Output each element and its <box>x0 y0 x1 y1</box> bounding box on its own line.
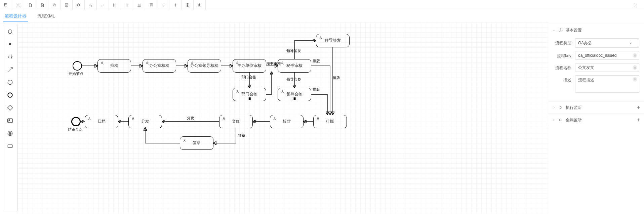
tab-xml[interactable]: 流程XML <box>36 13 56 22</box>
end-event[interactable] <box>71 117 81 126</box>
tb-save[interactable] <box>0 0 12 10</box>
end-label: 结束节点 <box>68 127 83 132</box>
tool-gateway[interactable] <box>6 104 14 112</box>
svg-point-5 <box>199 4 200 6</box>
svg-point-16 <box>147 62 148 63</box>
task-label: 主办单位审核 <box>237 63 261 68</box>
add-exec-listener[interactable]: + <box>637 104 640 111</box>
task-label: 拟稿 <box>110 63 118 68</box>
tool-end-event[interactable] <box>6 91 14 99</box>
tool-service-task[interactable] <box>6 129 14 137</box>
task-label: 归档 <box>97 119 106 124</box>
svg-rect-9 <box>8 119 13 123</box>
task-label: 套红 <box>232 119 240 124</box>
tb-play[interactable] <box>182 0 194 10</box>
task-office-lead-review[interactable]: 办公室领导核稿 <box>188 59 221 73</box>
task-sec-review[interactable]: 秘书审核 <box>278 59 311 73</box>
svg-point-25 <box>223 118 225 119</box>
task-cover[interactable]: 套红 <box>219 115 253 128</box>
svg-point-29 <box>560 30 561 31</box>
task-distribute[interactable]: 分发 <box>128 115 162 128</box>
tb-align-top[interactable] <box>145 0 157 10</box>
edge-label: 部门会签 <box>241 75 256 80</box>
tool-subprocess[interactable] <box>6 142 14 150</box>
field-label: 描述: <box>553 75 575 83</box>
tb-align-bottom[interactable] <box>133 0 145 10</box>
task-office-review[interactable]: 办公室核稿 <box>143 59 176 73</box>
tb-align-hcenter[interactable] <box>157 0 169 10</box>
tool-space[interactable] <box>6 53 14 61</box>
task-label: 领导签发 <box>325 38 341 43</box>
tb-snapshot[interactable] <box>194 0 206 10</box>
tb-undo[interactable] <box>85 0 97 10</box>
tool-user-task[interactable] <box>6 117 14 125</box>
tb-zoom-in[interactable] <box>48 0 61 10</box>
process-desc-input[interactable] <box>575 75 639 93</box>
start-label: 开始节点 <box>69 71 83 76</box>
svg-point-27 <box>132 118 134 119</box>
start-event[interactable] <box>73 61 82 71</box>
svg-point-20 <box>237 90 238 92</box>
task-typeset[interactable]: 排版 <box>313 115 347 128</box>
tb-distribute-v[interactable] <box>169 0 182 10</box>
task-proof[interactable]: 校对 <box>270 115 304 128</box>
svg-rect-14 <box>8 145 12 147</box>
canvas[interactable]: 开始节点 拟稿 办公室核稿 办公室领导核稿 主办单位审核 <box>17 22 548 214</box>
edge-label: 签章 <box>238 133 245 138</box>
process-name-input[interactable] <box>575 63 639 72</box>
tool-start-event[interactable] <box>6 78 14 86</box>
task-label: 办公室核稿 <box>149 63 169 68</box>
task-lead-sign[interactable]: 领导会签 <box>278 88 311 101</box>
task-draft[interactable]: 拟稿 <box>97 59 131 73</box>
edge-label: 秘书审核 <box>266 61 281 66</box>
edge-label: 分发 <box>187 116 194 121</box>
properties-panel: 基本设置 流程类型: OA办公 ▾ 流程key: <box>548 22 644 214</box>
task-label: 排版 <box>326 119 334 124</box>
task-label: 签章 <box>193 141 201 145</box>
svg-rect-6 <box>9 43 11 45</box>
field-label: 流程key: <box>553 51 575 59</box>
task-archive[interactable]: 归档 <box>85 115 118 128</box>
select-value: OA办公 <box>578 40 592 46</box>
megaphone-icon <box>558 105 563 110</box>
top-toolbar <box>0 0 644 10</box>
section-title: 全局监听 <box>566 117 582 123</box>
task-lead-issue[interactable]: 领导签发 <box>316 34 350 47</box>
tb-refresh[interactable] <box>61 0 73 10</box>
clear-icon[interactable]: ✕ <box>633 77 637 82</box>
task-label: 领导会签 <box>286 92 303 96</box>
edge-label: 领导签发 <box>286 48 301 53</box>
tb-align-center[interactable] <box>121 0 133 10</box>
tab-designer[interactable]: 流程设计器 <box>3 13 28 22</box>
edge-label: 排版 <box>313 58 320 63</box>
clear-icon[interactable]: ✕ <box>633 65 637 70</box>
tb-open[interactable] <box>36 0 48 10</box>
tb-new[interactable] <box>24 0 36 10</box>
tool-lasso[interactable] <box>6 40 14 48</box>
megaphone-icon <box>558 118 563 122</box>
tb-zoom-out[interactable] <box>73 0 85 10</box>
svg-point-7 <box>8 80 12 84</box>
section-global-toggle[interactable]: 全局监听 + <box>548 114 644 126</box>
tool-connect[interactable] <box>6 66 14 74</box>
tool-grab[interactable] <box>6 27 14 35</box>
tb-align-left[interactable] <box>109 0 121 10</box>
task-dept-sign[interactable]: 部门会签 <box>233 88 266 101</box>
field-label: 流程类型: <box>553 38 575 46</box>
add-global-listener[interactable]: + <box>637 117 640 123</box>
task-main-dept-review[interactable]: 主办单位审核 <box>233 59 266 73</box>
process-type-select[interactable]: OA办公 ▾ <box>575 38 639 48</box>
tb-fit[interactable] <box>12 0 24 10</box>
process-key-input[interactable] <box>575 51 639 60</box>
task-label: 分发 <box>141 119 149 124</box>
clear-icon[interactable]: ✕ <box>633 53 637 58</box>
task-label: 校对 <box>283 119 291 124</box>
element-palette <box>3 25 17 211</box>
section-basic-toggle[interactable]: 基本设置 <box>548 24 644 36</box>
svg-point-19 <box>282 62 283 63</box>
svg-point-26 <box>184 139 185 140</box>
tb-redo[interactable] <box>97 0 109 10</box>
section-exec-toggle[interactable]: 执行监听 + <box>548 101 644 114</box>
task-seal[interactable]: 签章 <box>180 136 213 150</box>
close-button[interactable] <box>631 0 641 10</box>
